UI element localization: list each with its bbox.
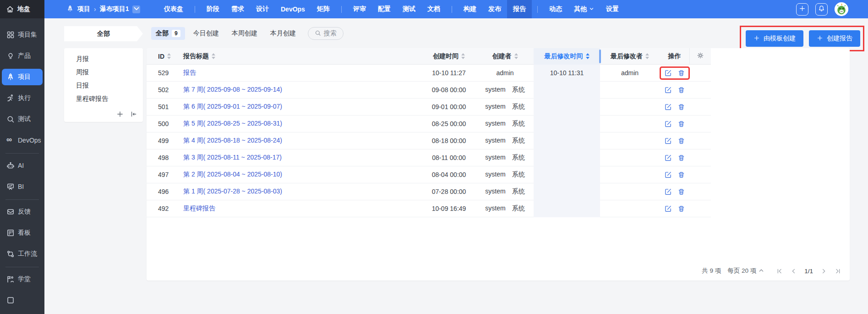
edit-report-button[interactable]: [664, 205, 672, 213]
tab-0[interactable]: 全部9: [151, 27, 185, 40]
sidebar-item-6[interactable]: AI: [2, 157, 43, 174]
report-title-link[interactable]: 第 1 周( 2025-07-28 ~ 2025-08-03): [183, 187, 282, 196]
edit-report-button[interactable]: [664, 171, 672, 179]
nav-item-7[interactable]: 配置: [372, 0, 397, 18]
create-from-template-button[interactable]: 由模板创建: [746, 30, 803, 47]
delete-report-button[interactable]: [677, 86, 685, 94]
report-title-link[interactable]: 里程碑报告: [183, 204, 215, 213]
sidebar-item-9[interactable]: 看板: [2, 225, 43, 241]
nav-item-8[interactable]: 测试: [397, 0, 421, 18]
report-title-link[interactable]: 第 4 周( 2025-08-18 ~ 2025-08-24): [183, 137, 282, 145]
breadcrumb[interactable]: 项目 › 瀑布项目1: [66, 5, 140, 14]
delete-report-button[interactable]: [677, 137, 685, 145]
report-title-link[interactable]: 第 5 周( 2025-08-25 ~ 2025-08-31): [183, 120, 282, 128]
column-header-id[interactable]: ID: [147, 48, 172, 65]
cell-created: 08-11 00:00: [421, 149, 476, 166]
nav-item-0[interactable]: 仪表盘: [158, 0, 189, 18]
nav-item-6[interactable]: 评审: [347, 0, 372, 18]
delete-report-button[interactable]: [677, 103, 685, 111]
per-page-selector[interactable]: 每页 20 项: [727, 267, 764, 275]
nav-item-label: 构建: [464, 5, 476, 13]
search-input[interactable]: 搜索: [308, 27, 344, 40]
tab-3[interactable]: 本月创建: [266, 27, 300, 40]
sidebar-item-10[interactable]: 工作流: [2, 246, 43, 262]
sidebar-item-11[interactable]: 学堂: [2, 271, 43, 287]
sort-icon[interactable]: [514, 53, 518, 59]
nav-item-4[interactable]: DevOps: [275, 0, 311, 18]
collapse-panel-button[interactable]: [130, 110, 137, 118]
create-report-button[interactable]: 创建报告: [809, 30, 860, 47]
column-header-creator[interactable]: 创建者: [476, 48, 534, 65]
next-page-button[interactable]: [820, 268, 827, 275]
nav-item-9[interactable]: 文档: [421, 0, 446, 18]
sidebar-item-0[interactable]: 项目集: [2, 27, 43, 43]
edit-report-button[interactable]: [664, 188, 672, 196]
nav-divider: [195, 6, 195, 13]
notifications-button[interactable]: [815, 3, 828, 16]
tab-2[interactable]: 本周创建: [227, 27, 262, 40]
sidebar-item-3[interactable]: 执行: [2, 90, 43, 106]
last-page-button[interactable]: [835, 268, 841, 275]
edit-report-button[interactable]: [664, 86, 672, 94]
delete-report-button[interactable]: [677, 188, 685, 196]
nav-item-15[interactable]: 设置: [600, 0, 625, 18]
first-page-button[interactable]: [776, 268, 783, 275]
edit-report-button[interactable]: [664, 103, 672, 111]
user-avatar[interactable]: [835, 2, 848, 16]
nav-item-10[interactable]: 构建: [458, 0, 482, 18]
delete-report-button[interactable]: [677, 120, 685, 128]
tab-1[interactable]: 今日创建: [189, 27, 224, 40]
delete-report-button[interactable]: [677, 154, 685, 162]
nav-item-11[interactable]: 发布: [482, 0, 507, 18]
nav-item-13[interactable]: 动态: [543, 0, 568, 18]
report-title-link[interactable]: 第 2 周( 2025-08-04 ~ 2025-08-10): [183, 171, 282, 179]
report-type-item-3[interactable]: 里程碑报告: [64, 92, 143, 105]
edit-report-button[interactable]: [664, 154, 672, 162]
column-header-title[interactable]: 报告标题: [172, 48, 421, 65]
sort-icon[interactable]: [212, 53, 215, 59]
nav-item-1[interactable]: 阶段: [201, 0, 225, 18]
column-header-modified[interactable]: 最后修改时间: [534, 48, 600, 65]
edit-report-button[interactable]: [664, 69, 672, 77]
cell-actions: [660, 65, 689, 82]
sidebar-item-1[interactable]: 产品: [2, 48, 43, 64]
report-type-item-2[interactable]: 日报: [64, 79, 143, 92]
sort-icon[interactable]: [461, 53, 465, 59]
nav-item-3[interactable]: 设计: [250, 0, 275, 18]
sidebar-item-2[interactable]: 项目: [2, 69, 43, 85]
sort-icon[interactable]: [167, 53, 171, 59]
nav-item-2[interactable]: 需求: [225, 0, 250, 18]
sidebar-item-home[interactable]: 地盘: [0, 0, 44, 18]
prev-page-button[interactable]: [790, 268, 797, 275]
nav-item-5[interactable]: 矩阵: [311, 0, 336, 18]
table-settings-button[interactable]: [689, 48, 711, 65]
column-header-modifier[interactable]: 最后修改者: [600, 48, 660, 65]
report-title-link[interactable]: 第 3 周( 2025-08-11 ~ 2025-08-17): [183, 154, 282, 162]
delete-report-button[interactable]: [677, 205, 685, 213]
create-global-button[interactable]: [796, 3, 808, 16]
delete-report-button[interactable]: [677, 69, 685, 77]
report-title-link[interactable]: 第 7 周( 2025-09-08 ~ 2025-09-14): [183, 86, 282, 94]
sort-icon[interactable]: [645, 53, 649, 59]
edit-report-button[interactable]: [664, 137, 672, 145]
project-switcher-button[interactable]: [132, 6, 140, 13]
category-selector[interactable]: 全部: [64, 26, 143, 41]
per-page-label: 每页 20 项: [727, 267, 756, 275]
report-type-item-0[interactable]: 月报: [64, 52, 143, 66]
sidebar-item-7[interactable]: BI: [2, 178, 43, 195]
sidebar-item-8[interactable]: 反馈: [2, 204, 43, 220]
table-row-496: 496第 1 周( 2025-07-28 ~ 2025-08-03)07-28 …: [147, 183, 711, 200]
sidebar-item-4[interactable]: 测试: [2, 111, 43, 127]
report-title-link[interactable]: 第 6 周( 2025-09-01 ~ 2025-09-07): [183, 103, 282, 111]
sort-icon[interactable]: [586, 53, 590, 59]
nav-item-12[interactable]: 报告: [507, 0, 532, 18]
add-category-button[interactable]: [116, 110, 124, 118]
column-header-created[interactable]: 创建时间: [421, 48, 476, 65]
report-title-link[interactable]: 报告: [183, 69, 196, 77]
nav-item-14[interactable]: 其他: [568, 0, 600, 18]
edit-report-button[interactable]: [664, 120, 672, 128]
report-type-item-1[interactable]: 周报: [64, 66, 143, 79]
sidebar-item-5[interactable]: ∞DevOps: [2, 132, 43, 149]
sidebar-item-partial[interactable]: [2, 292, 43, 308]
delete-report-button[interactable]: [677, 171, 685, 179]
